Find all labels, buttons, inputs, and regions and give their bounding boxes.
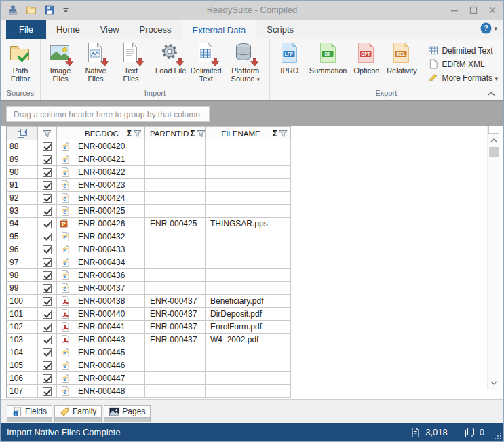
row-check-cell[interactable]	[38, 295, 57, 308]
row-checkbox[interactable]	[43, 155, 52, 164]
row-check-cell[interactable]	[38, 153, 57, 166]
row-check-cell[interactable]	[38, 218, 57, 230]
row-number-cell[interactable]: 90	[6, 166, 38, 179]
filename-cell[interactable]	[206, 205, 291, 218]
table-row[interactable]: 101 ENR-000440 ENR-000437 DirDeposit.pdf	[6, 308, 291, 321]
row-checkbox[interactable]	[43, 142, 52, 151]
table-row[interactable]: 97 e ENR-000434	[6, 256, 291, 269]
row-checkbox[interactable]	[43, 194, 52, 203]
filename-cell[interactable]	[206, 192, 291, 205]
row-check-cell[interactable]	[38, 166, 57, 179]
tab-fields[interactable]: i Fields	[7, 405, 52, 422]
path-editor-button[interactable]: Path Editor	[3, 41, 38, 84]
table-row[interactable]: 98 e ENR-000436	[6, 269, 291, 282]
begdoc-cell[interactable]: ENR-000420	[73, 140, 145, 153]
parentid-cell[interactable]: ENR-000437	[145, 308, 206, 321]
platform-source-button[interactable]: Platform Source ▾	[224, 41, 267, 85]
begdoc-cell[interactable]: ENR-000438	[73, 295, 145, 308]
image-files-button[interactable]: Image Files	[43, 41, 78, 84]
parentid-cell[interactable]	[145, 282, 206, 295]
row-number-cell[interactable]: 89	[6, 153, 38, 166]
begdoc-cell[interactable]: ENR-000441	[73, 321, 145, 334]
begdoc-cell[interactable]: ENR-000426	[73, 218, 145, 230]
row-number-cell[interactable]: 100	[6, 295, 38, 308]
table-row[interactable]: 88 e ENR-000420	[6, 140, 291, 153]
row-number-cell[interactable]: 97	[6, 256, 38, 269]
row-check-cell[interactable]	[38, 346, 57, 359]
tab-scripts[interactable]: Scripts	[256, 20, 304, 39]
filename-cell[interactable]	[206, 385, 291, 398]
filename-cell[interactable]	[206, 346, 291, 359]
parentid-cell[interactable]	[145, 205, 206, 218]
filter-icon[interactable]	[279, 129, 288, 138]
row-number-cell[interactable]: 102	[6, 321, 38, 334]
parentid-cell[interactable]	[145, 269, 206, 282]
table-row[interactable]: 95 e ENR-000432	[6, 230, 291, 243]
row-number-cell[interactable]: 96	[6, 243, 38, 256]
row-number-cell[interactable]: 98	[6, 269, 38, 282]
collapse-ribbon-button[interactable]	[487, 91, 495, 96]
begdoc-cell[interactable]: ENR-000436	[73, 269, 145, 282]
tab-view[interactable]: View	[90, 20, 130, 39]
filename-cell[interactable]	[206, 179, 291, 192]
tab-pages[interactable]: Pages	[104, 405, 151, 422]
row-checkbox[interactable]	[43, 271, 52, 280]
row-check-cell[interactable]	[38, 140, 57, 153]
summation-export-button[interactable]: DII Summation	[307, 41, 349, 76]
checkbox-column-header[interactable]	[38, 126, 57, 140]
close-button[interactable]	[488, 6, 497, 14]
titlebar[interactable]: ReadySuite - Compiled	[1, 1, 503, 20]
table-row[interactable]: 94 P ENR-000426 ENR-000425 THINGSAR.pps	[6, 218, 291, 230]
row-number-cell[interactable]: 93	[6, 205, 38, 218]
edrm-xml-button[interactable]: EDRM XML	[428, 59, 498, 69]
column-header-begdoc[interactable]: BEGDOC Σ	[73, 126, 145, 140]
table-row[interactable]: 93 e ENR-000425	[6, 205, 291, 218]
table-row[interactable]: 91 e ENR-000423	[6, 179, 291, 192]
table-row[interactable]: 106 e ENR-000447	[6, 372, 291, 385]
row-check-cell[interactable]	[38, 334, 57, 346]
filename-cell[interactable]	[206, 256, 291, 269]
row-check-cell[interactable]	[38, 179, 57, 192]
begdoc-cell[interactable]: ENR-000440	[73, 308, 145, 321]
begdoc-cell[interactable]: ENR-000423	[73, 179, 145, 192]
parentid-cell[interactable]	[145, 179, 206, 192]
native-files-button[interactable]: Native Files	[78, 41, 113, 84]
table-row[interactable]: 99 e ENR-000437	[6, 282, 291, 295]
table-row[interactable]: 92 e ENR-000424	[6, 192, 291, 205]
row-checkbox[interactable]	[43, 207, 52, 216]
row-number-cell[interactable]: 106	[6, 372, 38, 385]
filename-cell[interactable]	[206, 153, 291, 166]
begdoc-cell[interactable]: ENR-000434	[73, 256, 145, 269]
parentid-cell[interactable]	[145, 166, 206, 179]
scrollbar-thumb[interactable]	[489, 147, 499, 157]
table-row[interactable]: 104 e ENR-000445	[6, 346, 291, 359]
row-checkbox[interactable]	[43, 220, 52, 228]
tab-external-data[interactable]: External Data	[182, 20, 257, 39]
table-row[interactable]: 90 e ENR-000422	[6, 166, 291, 179]
begdoc-cell[interactable]: ENR-000446	[73, 359, 145, 372]
parentid-cell[interactable]	[145, 385, 206, 398]
parentid-cell[interactable]: ENR-000425	[145, 218, 206, 230]
parentid-cell[interactable]: ENR-000437	[145, 334, 206, 346]
row-number-cell[interactable]: 104	[6, 346, 38, 359]
tab-process[interactable]: Process	[130, 20, 182, 39]
resize-grip[interactable]	[494, 432, 502, 440]
row-checkbox[interactable]	[43, 181, 52, 190]
load-file-button[interactable]: Load File	[153, 41, 189, 76]
parentid-cell[interactable]	[145, 243, 206, 256]
sum-icon[interactable]: Σ	[127, 129, 132, 138]
filename-cell[interactable]	[206, 140, 291, 153]
filename-cell[interactable]	[206, 359, 291, 372]
row-checkbox[interactable]	[43, 258, 52, 267]
row-number-cell[interactable]: 107	[6, 385, 38, 398]
row-checkbox[interactable]	[43, 361, 52, 370]
row-checkbox[interactable]	[43, 348, 52, 357]
scroll-up-button[interactable]	[488, 135, 499, 145]
row-checkbox[interactable]	[43, 374, 52, 383]
begdoc-cell[interactable]: ENR-000433	[73, 243, 145, 256]
filename-cell[interactable]: THINGSAR.pps	[206, 218, 291, 230]
tab-family[interactable]: Family	[54, 405, 102, 422]
begdoc-cell[interactable]: ENR-000421	[73, 153, 145, 166]
filename-cell[interactable]	[206, 230, 291, 243]
begdoc-cell[interactable]: ENR-000448	[73, 385, 145, 398]
